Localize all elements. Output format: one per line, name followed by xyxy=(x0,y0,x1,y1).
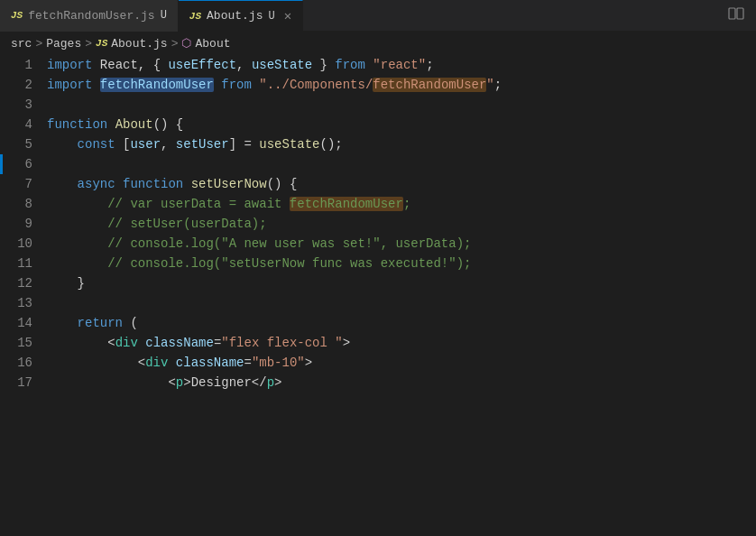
token: >Designer</ xyxy=(183,375,266,390)
breadcrumb-component[interactable]: About xyxy=(195,37,230,51)
token xyxy=(214,78,221,92)
token: } xyxy=(312,58,335,72)
token: className xyxy=(176,356,244,370)
cursor-accent-bar xyxy=(0,154,3,174)
tab-label-2: About.js xyxy=(207,9,263,23)
line-content: async function setUserNow() { xyxy=(43,174,756,194)
split-editor-icon xyxy=(727,5,745,23)
breadcrumb-js-icon: JS xyxy=(96,38,107,49)
line-number: 4 xyxy=(0,115,43,134)
token: from xyxy=(221,78,252,92)
line-number: 17 xyxy=(0,373,43,393)
line-content: return ( xyxy=(43,313,756,333)
line-number: 7 xyxy=(0,174,43,194)
token: "mb-10" xyxy=(252,356,305,370)
token xyxy=(47,177,78,191)
token: [ xyxy=(115,137,131,152)
token: ] = xyxy=(229,137,260,152)
token xyxy=(107,117,115,132)
line-number: 13 xyxy=(0,293,43,313)
token: ( xyxy=(123,316,138,330)
code-line: 4function About() { xyxy=(0,115,756,134)
token: < xyxy=(47,375,176,390)
token xyxy=(138,336,145,350)
breadcrumb-sep2: > xyxy=(85,37,92,51)
token: import xyxy=(47,58,92,72)
line-content: <p>Designer</p> xyxy=(43,373,756,393)
token: (); xyxy=(320,137,343,152)
line-content: // console.log("A new user was set!", us… xyxy=(43,234,756,254)
tab-bar: JS fetchRandomUser.js U JS About.js U ✕ xyxy=(0,0,756,32)
token xyxy=(47,137,78,152)
code-line: 5 const [user, setUser] = useState(); xyxy=(0,134,756,154)
line-content: // console.log("setUserNow func was exec… xyxy=(43,254,756,273)
line-number: 9 xyxy=(0,214,43,234)
token xyxy=(168,356,175,370)
code-line: 3 xyxy=(0,95,756,115)
code-line: 9 // setUser(userData); xyxy=(0,214,756,234)
line-content: // setUser(userData); xyxy=(43,214,756,234)
tab-about[interactable]: JS About.js U ✕ xyxy=(179,0,303,32)
token: async xyxy=(78,177,115,191)
token xyxy=(92,78,99,92)
code-line: 10 // console.log("A new user was set!",… xyxy=(0,234,756,254)
unsaved-indicator-2: U xyxy=(268,10,274,23)
svg-rect-0 xyxy=(729,8,735,19)
token: () { xyxy=(153,117,184,132)
token: setUserNow xyxy=(191,177,267,191)
token: fetchRandomUser xyxy=(100,78,214,92)
token: React, { xyxy=(92,58,168,72)
line-content: import React, { useEffect, useState } fr… xyxy=(43,55,756,75)
token: div xyxy=(145,356,168,370)
line-number: 1 xyxy=(0,55,43,75)
line-number: 6 xyxy=(0,154,43,174)
line-number: 2 xyxy=(0,75,43,95)
breadcrumb-file[interactable]: About.js xyxy=(111,37,167,51)
breadcrumb-sep1: > xyxy=(35,37,42,51)
js-icon-2: JS xyxy=(189,11,201,22)
token: function xyxy=(47,117,107,132)
code-line: 11 // console.log("setUserNow func was e… xyxy=(0,254,756,273)
code-line: 8 // var userData = await fetchRandomUse… xyxy=(0,194,756,214)
breadcrumb-pages[interactable]: Pages xyxy=(46,37,81,51)
token xyxy=(47,316,78,330)
code-editor[interactable]: 1import React, { useEffect, useState } f… xyxy=(0,55,756,536)
token: > xyxy=(274,375,281,390)
token: " xyxy=(486,78,493,92)
token: About xyxy=(115,117,153,132)
token: fetchRandomUser xyxy=(290,197,403,211)
line-content: const [user, setUser] = useState(); xyxy=(43,134,756,154)
line-content: } xyxy=(43,273,756,293)
line-content: <div className="flex flex-col "> xyxy=(43,333,756,353)
token: div xyxy=(115,336,138,350)
tab-fetchrandomuser[interactable]: JS fetchRandomUser.js U xyxy=(0,0,179,32)
token: , xyxy=(161,137,176,152)
line-number: 16 xyxy=(0,353,43,373)
token: from xyxy=(335,58,365,72)
tab-actions[interactable] xyxy=(727,5,756,27)
line-content xyxy=(43,95,756,115)
token: p xyxy=(267,375,274,390)
token: useState xyxy=(252,58,312,72)
tab-label-1: fetchRandomUser.js xyxy=(28,9,154,23)
token: function xyxy=(123,177,183,191)
line-number: 3 xyxy=(0,95,43,115)
close-tab-button[interactable]: ✕ xyxy=(284,8,291,23)
code-line: 1import React, { useEffect, useState } f… xyxy=(0,55,756,75)
token xyxy=(183,177,190,191)
line-content: function About() { xyxy=(43,115,756,134)
breadcrumb-component-icon: ⬡ xyxy=(181,36,191,51)
token: ; xyxy=(494,78,502,92)
breadcrumb-src[interactable]: src xyxy=(11,37,32,51)
code-line: 16 <div className="mb-10"> xyxy=(0,353,756,373)
token: , xyxy=(236,58,252,72)
code-line: 12 } xyxy=(0,273,756,293)
token: fetchRandomUser xyxy=(373,78,486,92)
token: ; xyxy=(403,197,410,211)
code-line: 15 <div className="flex flex-col "> xyxy=(0,333,756,353)
token: p xyxy=(176,375,183,390)
token: // console.log("setUserNow func was exec… xyxy=(47,256,471,271)
code-line: 2import fetchRandomUser from "../Compone… xyxy=(0,75,756,95)
token: user xyxy=(130,137,161,152)
token: () { xyxy=(267,177,298,191)
